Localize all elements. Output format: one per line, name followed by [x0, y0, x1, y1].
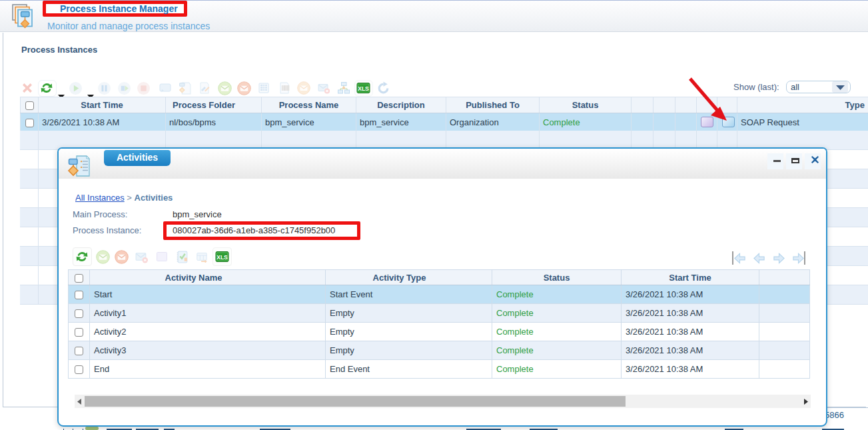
svg-text:XLS: XLS	[217, 254, 228, 261]
svg-text:XLS: XLS	[358, 85, 369, 92]
